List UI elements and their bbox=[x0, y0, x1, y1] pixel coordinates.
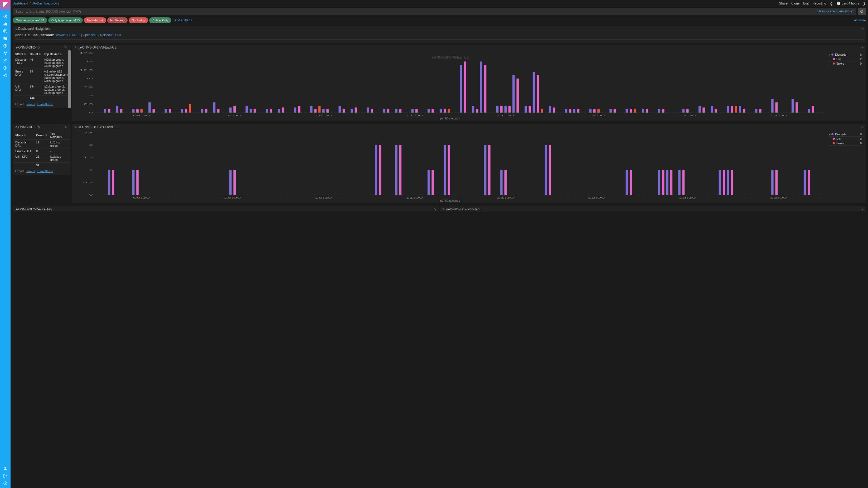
graph-icon[interactable] bbox=[0, 50, 10, 57]
legend-item[interactable]: Errors0 bbox=[828, 141, 863, 146]
dashboard-icon[interactable] bbox=[0, 27, 10, 35]
expand-icon[interactable]: ⤡ bbox=[861, 208, 864, 211]
col-count[interactable]: Count⇅ bbox=[28, 52, 42, 57]
legend-item[interactable]: ▸Discards0 bbox=[828, 132, 863, 136]
logout-icon[interactable] bbox=[0, 472, 10, 480]
svg-rect-133 bbox=[448, 109, 450, 113]
nav-link[interactable]: OpenNMS bbox=[83, 33, 97, 37]
svg-rect-83 bbox=[120, 109, 123, 113]
legend-item[interactable]: ▸Discards0 bbox=[828, 53, 863, 57]
time-prev-icon[interactable]: ❮ bbox=[830, 1, 833, 5]
col-device[interactable]: Top Device⇅ bbox=[42, 52, 71, 57]
tbl-df1-panel: ja-ONMS-DF1-Tbl ✎ filters⇅ Count⇅ Top De… bbox=[13, 124, 71, 175]
clone-button[interactable]: Clone bbox=[791, 2, 800, 5]
svg-rect-72 bbox=[658, 109, 660, 113]
nav-link[interactable]: Netscout bbox=[100, 33, 113, 37]
svg-rect-67 bbox=[573, 109, 576, 113]
pencil-icon[interactable]: ✎ bbox=[442, 208, 445, 211]
filter-pill[interactable]: No Backup bbox=[107, 18, 128, 23]
add-filter-button[interactable]: Add a filter + bbox=[173, 19, 194, 22]
pencil-icon[interactable]: ✎ bbox=[64, 125, 67, 129]
svg-rect-61 bbox=[504, 106, 507, 113]
svg-rect-33 bbox=[104, 109, 106, 113]
scrollbar[interactable] bbox=[68, 50, 71, 109]
expand-icon[interactable]: ⤡ bbox=[861, 45, 864, 49]
filter-pill[interactable]: Critical Only bbox=[149, 18, 171, 23]
lucene-hint[interactable]: Uses lucene query syntax bbox=[818, 9, 854, 13]
port-tag-panel: ✎ ja-ONMS-DF2-Port-Tag ⤡ bbox=[440, 207, 866, 212]
svg-rect-117 bbox=[614, 109, 616, 113]
nav-link[interactable]: OCI bbox=[115, 33, 121, 37]
table-row[interactable]: Discards - DF246kc2bkup-green, kc2bkup-g… bbox=[14, 57, 70, 69]
table-row[interactable]: Util - DF2144ls2bkup-green2, ls2bkup-gre… bbox=[14, 84, 70, 96]
col-filters[interactable]: filters⇅ bbox=[14, 131, 34, 140]
table-row[interactable]: Discards - DF111kc2bkup-green bbox=[14, 140, 70, 148]
export-raw[interactable]: Raw ⬇ bbox=[26, 170, 35, 173]
svg-rect-166 bbox=[678, 170, 681, 195]
svg-rect-123 bbox=[715, 109, 717, 113]
svg-rect-37 bbox=[165, 109, 167, 113]
filter-pill[interactable]: Only taspmoonms103 bbox=[13, 18, 47, 23]
pencil-icon[interactable]: ✎ bbox=[74, 125, 77, 129]
svg-text:10: 10 bbox=[85, 77, 93, 80]
chart1[interactable]: 02.557.51012.51517.509:3010:0010:3011:00… bbox=[73, 52, 827, 117]
user-icon[interactable] bbox=[0, 465, 10, 472]
export-raw[interactable]: Raw ⬇ bbox=[26, 102, 35, 106]
svg-text:13:00: 13:00 bbox=[770, 196, 787, 199]
edit-button[interactable]: Edit bbox=[803, 2, 809, 5]
svg-rect-119 bbox=[646, 109, 648, 113]
monitoring-icon[interactable] bbox=[0, 64, 10, 72]
svg-rect-128 bbox=[796, 102, 798, 113]
apm-icon[interactable] bbox=[0, 42, 10, 50]
breadcrumb-current[interactable]: JA-Dashboard-DF2 bbox=[32, 2, 59, 5]
time-next-icon[interactable]: ❯ bbox=[863, 1, 866, 5]
filter-bar: Only taspmoonms103Only taspmoonms113No N… bbox=[10, 17, 868, 24]
col-filters[interactable]: filters⇅ bbox=[14, 52, 28, 57]
search-bar[interactable]: Uses lucene query syntax bbox=[13, 8, 857, 15]
svg-text:2: 2 bbox=[89, 144, 93, 146]
expand-icon[interactable]: ⤡ bbox=[434, 208, 436, 211]
col-count[interactable]: Count⇅ bbox=[34, 131, 49, 140]
table-row[interactable]: Errors - DF10- bbox=[14, 148, 70, 154]
discover-icon[interactable] bbox=[0, 13, 10, 20]
devtools-icon[interactable] bbox=[0, 57, 10, 64]
reporting-button[interactable]: Reporting bbox=[812, 2, 826, 5]
pencil-icon[interactable]: ✎ bbox=[74, 45, 77, 49]
tbl-df2-panel: ja-ONMS-DF2-Tbl ✎ filters⇅ Count⇅ Top De… bbox=[13, 44, 71, 109]
timelion-icon[interactable] bbox=[0, 35, 10, 42]
svg-text:1: 1 bbox=[89, 169, 93, 171]
svg-rect-42 bbox=[245, 106, 248, 113]
actions-button[interactable]: Actions▸ bbox=[854, 19, 866, 22]
legend-item[interactable]: Errors0 bbox=[828, 61, 863, 66]
col-device[interactable]: Top Device⇅ bbox=[49, 131, 70, 140]
filter-pill[interactable]: No Netscout bbox=[84, 18, 106, 23]
visualize-icon[interactable] bbox=[0, 20, 10, 27]
svg-rect-95 bbox=[314, 109, 317, 113]
export-formatted[interactable]: Formatted ⬇ bbox=[37, 170, 53, 173]
collapse-icon[interactable] bbox=[0, 480, 10, 487]
expand-icon[interactable]: ⤡ bbox=[861, 27, 864, 31]
nav-link[interactable]: Network DF1/DF2 bbox=[55, 33, 80, 37]
table-row[interactable]: Util - DF121kc2bkup-green bbox=[14, 154, 70, 163]
panel-title: ja-Dashboard Navigation bbox=[15, 27, 50, 31]
expand-icon[interactable]: ⤡ bbox=[861, 125, 864, 129]
legend-item[interactable]: Util0 bbox=[828, 136, 863, 141]
management-icon[interactable] bbox=[0, 72, 10, 79]
filter-pill[interactable]: Only taspmoonms113 bbox=[48, 18, 83, 23]
svg-text:0.5: 0.5 bbox=[84, 181, 93, 184]
svg-rect-76 bbox=[727, 106, 729, 113]
search-input[interactable] bbox=[15, 8, 602, 15]
svg-rect-125 bbox=[743, 109, 745, 113]
search-button[interactable] bbox=[858, 8, 866, 15]
breadcrumb-root[interactable]: Dashboard bbox=[13, 2, 28, 5]
pencil-icon[interactable]: ✎ bbox=[64, 45, 67, 49]
share-button[interactable]: Share bbox=[779, 2, 787, 5]
legend-item[interactable]: Util2 bbox=[828, 57, 863, 61]
table-row[interactable]: Errors - DF219kc1-mllnx-tt32-red.cernera… bbox=[14, 69, 70, 84]
filter-pill[interactable]: No Syslog bbox=[129, 18, 148, 23]
svg-rect-38 bbox=[181, 109, 183, 113]
time-picker[interactable]: 🕑 Last 4 hours bbox=[837, 2, 859, 5]
export-formatted[interactable]: Formatted ⬇ bbox=[37, 102, 53, 106]
kibana-logo[interactable] bbox=[0, 0, 10, 10]
chart2[interactable]: 00.511.522.509:3010:0010:3011:0011:3012:… bbox=[73, 131, 827, 200]
